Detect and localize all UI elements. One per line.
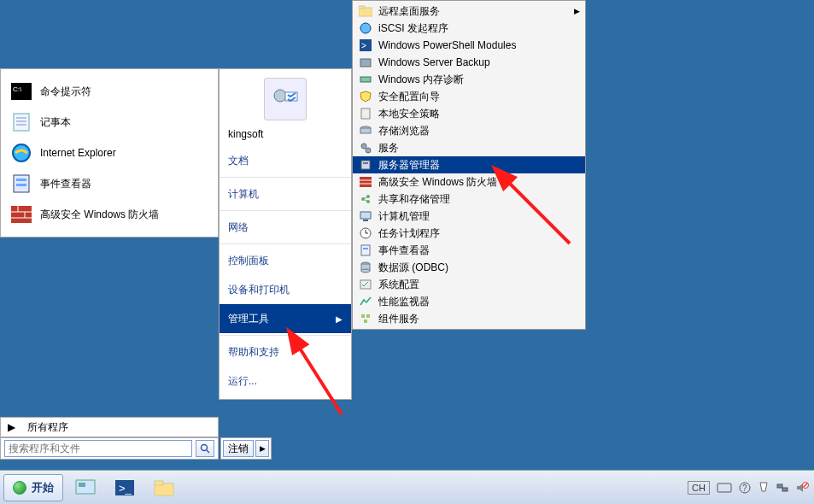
tray-keyboard-icon[interactable] — [717, 482, 732, 494]
submenu-item-compmgmt[interactable]: 计算机管理 — [353, 208, 585, 225]
pinned-item-eventviewer[interactable]: 事件查看器 — [1, 168, 218, 199]
submenu-item-storage[interactable]: 存储浏览器 — [353, 122, 585, 139]
submenu-item-perfmon[interactable]: 性能监视器 — [353, 293, 585, 310]
submenu-label: 数据源 (ODBC) — [378, 261, 448, 275]
tray-network-icon[interactable] — [776, 482, 788, 494]
svg-rect-10 — [11, 206, 32, 223]
place-computer[interactable]: 计算机 — [220, 179, 351, 208]
separator — [220, 243, 351, 244]
logout-options-button[interactable]: ▶ — [255, 440, 269, 457]
server-icon — [358, 158, 373, 172]
submenu-item-odbc[interactable]: 数据源 (ODBC) — [353, 259, 585, 276]
pinned-item-firewall[interactable]: 高级安全 Windows 防火墙 — [1, 199, 218, 230]
svg-point-53 — [202, 445, 208, 451]
place-label: 文档 — [228, 154, 249, 168]
submenu-item-scw[interactable]: 安全配置向导 — [353, 88, 585, 105]
submenu-label: 事件查看器 — [378, 243, 430, 258]
submenu-item-advfirewall[interactable]: 高级安全 Windows 防火墙 — [353, 173, 585, 190]
place-run[interactable]: 运行... — [220, 366, 351, 396]
svg-rect-51 — [366, 314, 370, 318]
place-label: 计算机 — [228, 187, 259, 202]
place-admintools[interactable]: 管理工具 ▶ — [220, 304, 351, 333]
tray-help-icon[interactable]: ? — [739, 482, 751, 494]
pinned-item-notepad[interactable]: 记事本 — [1, 107, 218, 138]
submenu-label: 计算机管理 — [378, 209, 430, 224]
place-controlpanel[interactable]: 控制面板 — [220, 246, 351, 275]
place-help[interactable]: 帮助和支持 — [220, 337, 351, 366]
submenu-arrow-icon: ▶ — [574, 7, 580, 15]
logout-label: 注销 — [228, 442, 249, 456]
search-icon — [200, 443, 210, 454]
svg-text:>: > — [361, 41, 366, 50]
windows-orb-icon — [13, 481, 26, 495]
svg-rect-39 — [360, 212, 371, 219]
separator — [220, 335, 351, 336]
submenu-item-psmodules[interactable]: >Windows PowerShell Modules — [353, 37, 585, 54]
computer-mgmt-icon — [358, 209, 373, 223]
svg-rect-45 — [363, 248, 368, 249]
tray-volume-icon[interactable] — [795, 482, 809, 494]
place-label: 控制面板 — [228, 254, 269, 268]
user-avatar-icon — [264, 78, 307, 120]
all-programs-row[interactable]: ▶ 所有程序 — [0, 417, 219, 437]
submenu-item-compsvc[interactable]: 组件服务 — [353, 310, 585, 327]
powershell-icon: > — [358, 38, 373, 52]
logout-button[interactable]: 注销 — [223, 440, 254, 457]
submenu-item-localsec[interactable]: 本地安全策略 — [353, 105, 585, 122]
start-button[interactable]: 开始 — [3, 474, 63, 501]
svg-rect-9 — [16, 184, 26, 186]
component-icon — [358, 312, 373, 325]
taskbar: 开始 >_ CH ? — [0, 470, 814, 504]
submenu-item-event[interactable]: 事件查看器 — [353, 242, 585, 259]
search-input[interactable] — [4, 440, 192, 457]
svg-rect-69 — [782, 488, 788, 491]
svg-text:>_: >_ — [119, 482, 132, 495]
submenu-item-share[interactable]: 共享和存储管理 — [353, 190, 585, 208]
svg-rect-22 — [360, 59, 371, 67]
pinned-label: 高级安全 Windows 防火墙 — [40, 208, 159, 222]
taskbar-pinned-powershell[interactable]: >_ — [108, 474, 142, 501]
storage-icon — [358, 124, 373, 138]
pinned-item-ie[interactable]: Internet Explorer — [1, 138, 218, 168]
svg-point-48 — [361, 269, 370, 273]
taskbar-pinned-servermgr[interactable] — [68, 474, 102, 501]
submenu-label: 高级安全 Windows 防火墙 — [378, 175, 497, 190]
ime-indicator[interactable]: CH — [688, 481, 710, 495]
place-devices[interactable]: 设备和打印机 — [220, 275, 351, 304]
submenu-label: 系统配置 — [378, 278, 419, 292]
place-network[interactable]: 网络 — [220, 213, 351, 242]
separator — [220, 177, 351, 178]
svg-rect-62 — [155, 481, 163, 485]
event-icon — [358, 243, 373, 257]
place-documents[interactable]: 文档 — [220, 146, 351, 175]
submenu-item-tasksched[interactable]: 任务计划程序 — [353, 225, 585, 242]
database-icon — [358, 261, 373, 274]
submenu-label: 存储浏览器 — [378, 124, 430, 138]
svg-rect-8 — [16, 179, 26, 181]
ime-label: CH — [692, 483, 706, 493]
submenu-label: 组件服务 — [378, 312, 419, 326]
submenu-item-rds[interactable]: 远程桌面服务▶ — [353, 3, 585, 20]
submenu-label: Windows Server Backup — [378, 56, 490, 68]
submenu-item-memdiag[interactable]: Windows 内存诊断 — [353, 71, 585, 88]
all-programs-label: 所有程序 — [27, 420, 68, 435]
submenu-item-sysconf[interactable]: 系统配置 — [353, 276, 585, 293]
pinned-item-cmd[interactable]: C:\ 命令提示符 — [1, 76, 218, 107]
search-button[interactable] — [196, 440, 214, 457]
pinned-label: 事件查看器 — [40, 177, 91, 191]
svg-point-15 — [274, 90, 286, 102]
submenu-label: Windows 内存诊断 — [378, 73, 464, 87]
submenu-item-iscsi[interactable]: iSCSI 发起程序 — [353, 20, 585, 37]
submenu-item-backup[interactable]: Windows Server Backup — [353, 54, 585, 71]
submenu-item-services[interactable]: 服务 — [353, 139, 585, 156]
taskbar-pinned-explorer[interactable] — [147, 474, 181, 501]
submenu-label: 服务器管理器 — [378, 158, 440, 173]
submenu-item-servermgr[interactable]: 服务器管理器 — [353, 156, 585, 173]
svg-rect-63 — [717, 483, 731, 492]
desktop: C:\ 命令提示符 记事本 Internet Explorer 事件查看器 — [0, 0, 814, 470]
start-menu-pinned-panel: C:\ 命令提示符 记事本 Internet Explorer 事件查看器 — [0, 68, 219, 237]
svg-rect-52 — [364, 319, 367, 323]
submenu-label: 本地安全策略 — [378, 107, 440, 121]
tray-action-center-icon[interactable] — [758, 482, 770, 494]
submenu-label: 共享和存储管理 — [378, 192, 450, 207]
